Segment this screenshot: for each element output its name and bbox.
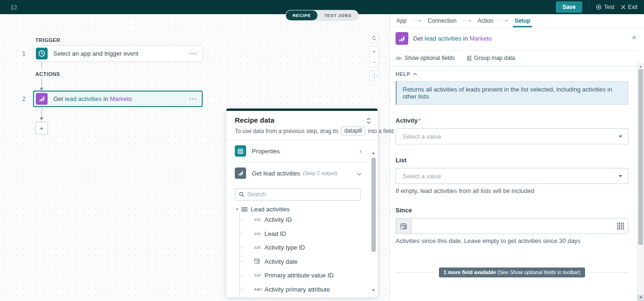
step-menu-button[interactable]: •••: [190, 51, 198, 56]
topbar-actions: Save Test Exit: [556, 1, 644, 13]
chevron-up-icon: [413, 73, 417, 75]
help-toggle[interactable]: HELP: [396, 71, 628, 77]
test-icon: [596, 4, 602, 10]
tab-test-jobs[interactable]: TEST JOBS: [317, 10, 358, 20]
close-icon: [621, 5, 626, 9]
datapill-primary-attribute-value-id[interactable]: 123 Primary attribute value ID: [240, 268, 378, 283]
datapill-activity-id[interactable]: 123 Activity ID: [240, 213, 378, 227]
recipe-data-title: Recipe data: [235, 116, 369, 124]
arrow-right-icon: [500, 20, 508, 21]
topbar-divider: [589, 3, 589, 11]
step-menu-button[interactable]: •••: [189, 97, 197, 101]
datapill-activity-primary-attribute[interactable]: ABC Activity primary attribute: [240, 283, 378, 297]
panel-scrollbar[interactable]: ▲ ▼: [637, 63, 644, 301]
properties-label: Properties: [252, 148, 280, 155]
exit-button[interactable]: Exit: [621, 4, 637, 10]
required-marker: *: [419, 117, 421, 124]
optional-fields-footer: 1 more field available (See Show optiona…: [396, 268, 628, 277]
number-type-icon: 123: [254, 217, 264, 222]
datapill-activity-type-id[interactable]: 123 Activity type ID: [240, 241, 378, 255]
tree-root-lead-activities[interactable]: ▾ Lead activities: [236, 206, 378, 213]
recipe-data-header: Recipe data To use data from a previous …: [226, 111, 378, 140]
properties-row[interactable]: Properties ›: [226, 140, 378, 162]
activity-select[interactable]: Select a value: [396, 128, 628, 144]
divider: [396, 272, 434, 273]
search-input[interactable]: [247, 191, 356, 198]
divider: [590, 272, 628, 273]
trigger-step-card[interactable]: Select an app and trigger event •••: [33, 45, 203, 62]
scroll-up-arrow[interactable]: ▲: [637, 64, 644, 68]
zoom-out-button[interactable]: −: [370, 57, 379, 67]
reset-zoom-button[interactable]: [369, 33, 379, 43]
tab-action[interactable]: Action: [476, 14, 495, 27]
marketo-icon: [396, 32, 408, 45]
properties-icon: [235, 145, 246, 157]
action-step-title: Get lead activities in Marketo: [53, 95, 132, 102]
list-field-label: List: [396, 157, 628, 164]
datapill-grid-icon[interactable]: [617, 223, 624, 232]
caret-down-icon[interactable]: ▾: [236, 207, 238, 211]
action-step-card[interactable]: Get lead activities in Marketo •••: [33, 91, 203, 107]
step-number: 1: [22, 50, 25, 57]
setup-form: HELP Returns all activities of leads pre…: [390, 63, 637, 301]
panel-title: Get lead activities in Marketo: [413, 35, 492, 42]
test-button[interactable]: Test: [596, 4, 614, 10]
trigger-section-label: TRIGGER: [35, 37, 60, 43]
collapse-panel-icon[interactable]: [366, 117, 371, 126]
help-box: Returns all activities of leads present …: [396, 81, 628, 105]
scrollbar-thumb[interactable]: [372, 158, 376, 252]
since-input[interactable]: [412, 218, 628, 234]
close-panel-button[interactable]: ×: [632, 33, 636, 42]
canvas-controls: + −: [369, 33, 379, 81]
zoom-in-button[interactable]: +: [370, 47, 379, 57]
recipe-canvas: TRIGGER 1 Select an app and trigger even…: [0, 14, 389, 301]
arrow-right-icon: [413, 20, 421, 21]
tab-recipe[interactable]: RECIPE: [286, 10, 317, 20]
save-button[interactable]: Save: [556, 1, 582, 13]
view-toggle: RECIPE TEST JOBS: [286, 10, 358, 20]
datapill-activity-date[interactable]: Activity date: [240, 255, 378, 269]
dropdown-caret-icon: [619, 175, 622, 177]
scrollbar-thumb[interactable]: [638, 69, 643, 245]
tab-connection[interactable]: Connection: [426, 14, 458, 27]
datapill-lead-id[interactable]: 123 Lead ID: [240, 227, 378, 241]
marketo-icon: [235, 167, 246, 179]
number-type-icon: 123: [254, 273, 264, 277]
number-type-icon: 123: [254, 245, 264, 250]
calendar-clock-icon: [400, 223, 407, 230]
marketo-icon: [36, 93, 48, 105]
fit-view-icon: [372, 73, 377, 79]
datepicker-button[interactable]: [396, 218, 412, 234]
add-step-button[interactable]: +: [35, 122, 48, 134]
reset-zoom-icon: [372, 35, 377, 41]
step-connector: [41, 78, 42, 90]
group-map-data-button[interactable]: Group map data: [467, 55, 515, 61]
recipe-id: 12: [10, 4, 17, 11]
recipe-data-subtitle: To use data from a previous step, drag i…: [235, 126, 369, 135]
list-field-hint: If empty, lead activities from all lists…: [396, 187, 628, 194]
group-bars-icon: [467, 56, 471, 61]
since-field-hint: Activities since this date. Leave empty …: [396, 237, 628, 244]
step-connector: [41, 62, 42, 69]
step-output-meta: (Step 2 output): [303, 170, 338, 176]
list-select[interactable]: Select a value: [396, 168, 628, 184]
chevron-right-icon: ›: [359, 147, 362, 155]
dropdown-caret-icon: [619, 135, 622, 138]
zoom-control: + −: [369, 46, 379, 67]
scroll-down-arrow[interactable]: ▼: [372, 288, 375, 293]
since-field-label: Since: [396, 207, 628, 214]
number-type-icon: 123: [254, 232, 264, 236]
scroll-up-arrow[interactable]: ▲: [372, 151, 375, 155]
datatree: ▾ Lead activities 123 Activity ID 123 Le…: [236, 206, 378, 296]
actions-section-label: ACTIONS: [35, 71, 60, 77]
tab-setup[interactable]: Setup: [513, 14, 531, 27]
more-fields-badge: 1 more field available (See Show optiona…: [439, 268, 585, 277]
chevron-down-icon: [357, 169, 362, 177]
setup-panel: App Connection Action Setup Get lead act…: [389, 14, 644, 301]
fit-view-button[interactable]: [369, 71, 379, 81]
step-output-row[interactable]: Get lead activities (Step 2 output): [226, 162, 378, 184]
since-input-group: [396, 218, 628, 234]
show-optional-fields-button[interactable]: Show optional fields: [396, 55, 455, 61]
tab-app[interactable]: App: [395, 14, 408, 27]
scroll-down-arrow[interactable]: ▼: [637, 294, 644, 301]
